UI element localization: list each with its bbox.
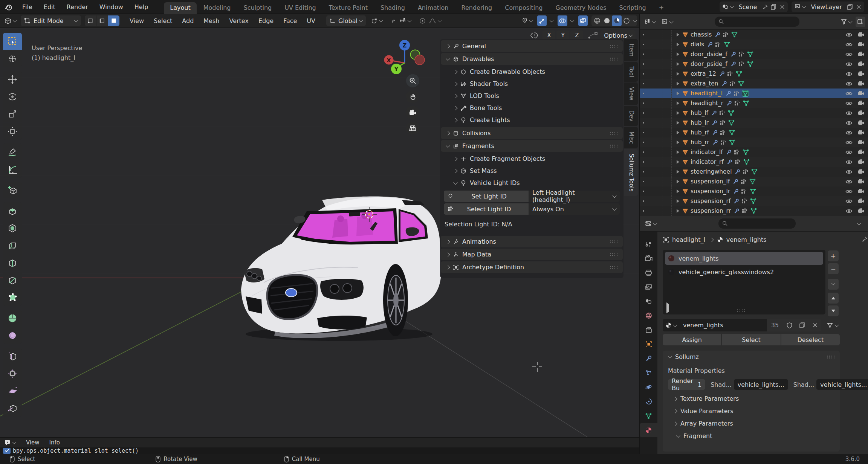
expand-arrow-icon[interactable] xyxy=(677,170,679,174)
object-name[interactable]: door_dside_f xyxy=(691,51,727,58)
panel-general[interactable]: General xyxy=(441,40,623,52)
vertex-select-button[interactable] xyxy=(85,15,96,26)
tab-material[interactable] xyxy=(640,423,657,437)
sidebar-tab[interactable]: Tool xyxy=(624,62,638,82)
workspace-tab[interactable]: Texture Paint xyxy=(323,2,374,14)
copy-material-button[interactable] xyxy=(796,319,808,331)
hide-eye-icon[interactable] xyxy=(845,160,853,165)
menu-item[interactable]: Mesh xyxy=(199,17,224,24)
move-slot-up-button[interactable] xyxy=(828,293,839,304)
list-resize-grip[interactable] xyxy=(737,309,746,312)
tool-move[interactable] xyxy=(3,71,22,88)
tool-spin[interactable] xyxy=(3,310,22,327)
copy-icon[interactable] xyxy=(771,4,776,10)
panel-grip[interactable] xyxy=(609,131,619,135)
workspace-tab[interactable]: Sculpting xyxy=(237,2,278,14)
hide-eye-icon[interactable] xyxy=(845,121,853,125)
scene-selector[interactable]: Scene xyxy=(720,2,788,12)
object-name[interactable]: hub_rf xyxy=(691,129,709,136)
panel-archetype-definition[interactable]: Archetype Definition xyxy=(441,261,623,273)
panel-create-lights[interactable]: Create Lights xyxy=(440,114,623,126)
menu-item[interactable]: Edge xyxy=(254,17,278,24)
deselect-button[interactable]: Deselect xyxy=(781,334,840,345)
hide-eye-icon[interactable] xyxy=(845,140,853,145)
set-light-id-button[interactable]: Set Light ID xyxy=(444,191,529,202)
breadcrumb-object[interactable]: headlight_l xyxy=(672,236,705,243)
set-light-id-dropdown[interactable]: Left Headlight (headlight_l) xyxy=(529,191,620,202)
outliner-row[interactable]: suspension_rf xyxy=(640,196,868,206)
disable-render-camera-icon[interactable] xyxy=(858,120,864,125)
tool-smooth[interactable] xyxy=(3,327,22,344)
info-log-row[interactable]: bpy.ops.object.material_slot_select() xyxy=(0,447,639,454)
panel-create-drawable-objects[interactable]: Create Drawable Objects xyxy=(440,66,623,78)
hide-eye-icon[interactable] xyxy=(845,150,853,155)
disable-render-camera-icon[interactable] xyxy=(858,150,864,155)
menu-item[interactable]: Render xyxy=(61,3,94,11)
panel-map-data[interactable]: Map Data xyxy=(441,249,623,260)
log-checkbox[interactable] xyxy=(3,448,11,454)
hide-eye-icon[interactable] xyxy=(845,169,853,174)
transform-orientation-dropdown[interactable]: Global xyxy=(326,15,366,26)
hide-eye-icon[interactable] xyxy=(845,72,853,76)
panel-shader-tools[interactable]: Shader Tools xyxy=(440,78,623,90)
tab-physics[interactable] xyxy=(640,380,657,394)
object-name[interactable]: suspension_rr xyxy=(691,208,731,214)
outliner-search-input[interactable] xyxy=(715,17,799,27)
sidebar-tab[interactable]: Misc xyxy=(624,127,638,148)
menu-item[interactable]: Select xyxy=(149,17,177,24)
outliner-row[interactable]: hub_rf xyxy=(640,128,868,137)
disable-render-camera-icon[interactable] xyxy=(858,91,864,96)
edge-select-button[interactable] xyxy=(96,15,108,26)
editor-type-button[interactable] xyxy=(643,218,658,229)
wireframe-shading-button[interactable] xyxy=(592,15,602,26)
panel-grip[interactable] xyxy=(826,355,836,359)
disable-render-camera-icon[interactable] xyxy=(858,169,864,174)
tool-shrink-fatten[interactable] xyxy=(3,365,22,382)
tool-select-box[interactable] xyxy=(3,33,22,50)
menu-item[interactable]: UV xyxy=(302,17,320,24)
tool-edge-slide[interactable] xyxy=(3,348,22,365)
object-name[interactable]: suspension_lr xyxy=(691,188,730,195)
panel-grip[interactable] xyxy=(609,253,619,256)
solid-shading-button[interactable] xyxy=(602,15,612,26)
select-light-id-button[interactable]: Select Light ID xyxy=(444,203,529,215)
new-collection-button[interactable] xyxy=(856,17,865,27)
outliner-row[interactable]: suspension_rr xyxy=(640,206,868,216)
hide-eye-icon[interactable] xyxy=(845,199,853,204)
workspace-tab[interactable]: Rendering xyxy=(455,2,498,14)
breadcrumb-material[interactable]: venem_lights xyxy=(726,236,767,243)
material-preview-button[interactable] xyxy=(612,15,622,26)
tool-shear[interactable] xyxy=(3,382,22,399)
panel-grip[interactable] xyxy=(609,266,619,269)
outliner-row[interactable]: door_pside_f xyxy=(640,59,868,69)
hide-eye-icon[interactable] xyxy=(845,91,853,96)
nodetree-dropdown[interactable] xyxy=(825,320,840,331)
hide-eye-icon[interactable] xyxy=(845,179,853,184)
object-name[interactable]: extra_12 xyxy=(691,70,716,77)
panel-lod-tools[interactable]: LOD Tools xyxy=(440,90,623,102)
tab-constraints[interactable] xyxy=(640,394,657,409)
menu-item[interactable]: Edit xyxy=(38,3,61,11)
shader-file-field[interactable]: vehicle_lights... xyxy=(816,379,868,390)
disable-render-camera-icon[interactable] xyxy=(858,198,864,204)
overlays-dropdown[interactable] xyxy=(567,15,575,26)
show-gizmo-toggle[interactable] xyxy=(537,15,547,26)
panel-drawables[interactable]: Drawables xyxy=(441,53,623,65)
tab-output[interactable] xyxy=(640,266,657,280)
expand-arrow-icon[interactable] xyxy=(677,199,679,203)
scene-name[interactable]: Scene xyxy=(734,3,763,11)
disable-render-camera-icon[interactable] xyxy=(858,101,864,106)
pin-icon[interactable] xyxy=(762,4,768,10)
slot-specials-button[interactable] xyxy=(828,279,839,290)
visibility-dropdown[interactable] xyxy=(520,15,534,26)
menu-item[interactable]: Add xyxy=(177,17,199,24)
tab-collection[interactable] xyxy=(640,323,657,337)
outliner-row[interactable]: hub_rr xyxy=(640,137,868,147)
disable-render-camera-icon[interactable] xyxy=(858,71,864,76)
pin-icon[interactable] xyxy=(862,236,868,242)
workspace-tab[interactable]: Modeling xyxy=(197,2,237,14)
tab-world[interactable] xyxy=(640,308,657,323)
zoom-button[interactable] xyxy=(406,74,419,87)
panel-animations[interactable]: Animations xyxy=(441,236,623,247)
object-name[interactable]: headlight_r xyxy=(691,100,723,107)
